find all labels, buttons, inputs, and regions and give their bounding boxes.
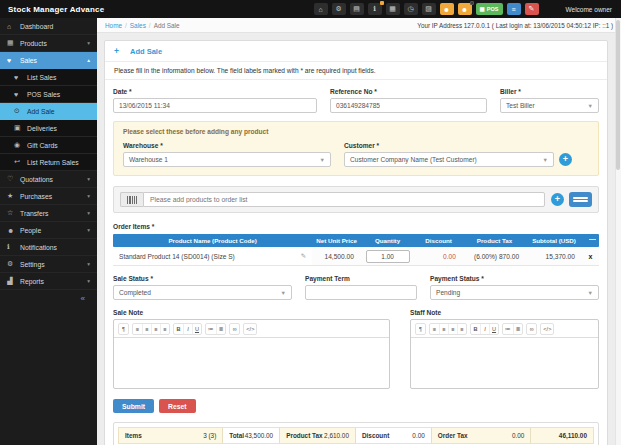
- customer-select[interactable]: Customer Company Name (Test Customer)▼: [344, 152, 554, 167]
- user-icon[interactable]: ☻: [440, 3, 454, 15]
- align-justify-icon[interactable]: ≡: [160, 324, 169, 334]
- sidebar-item-reports[interactable]: ▟Reports▾: [0, 273, 97, 290]
- totals-bar: Items3 (3) Total43,500.00 Product Tax2,6…: [113, 422, 599, 445]
- align-center-icon[interactable]: ≡: [439, 324, 448, 334]
- sidebar-item-settings[interactable]: ⚙Settings▾: [0, 256, 97, 273]
- totals-total-value: 43,500.00: [245, 432, 273, 439]
- sidebar-item-gift-cards[interactable]: ◉Gift Cards: [0, 137, 97, 154]
- scrollbar-thumb[interactable]: [616, 20, 620, 170]
- chevron-down-icon: ▾: [87, 40, 90, 46]
- keyboard-icon[interactable]: [569, 192, 592, 207]
- sidebar-item-pos-sales[interactable]: ♥POS Sales: [0, 86, 97, 103]
- code-icon[interactable]: </>: [244, 324, 256, 334]
- sidebar-collapse-button[interactable]: «: [0, 290, 97, 303]
- biller-select[interactable]: Test Biller▼: [500, 98, 599, 113]
- staff-note-textarea[interactable]: [411, 338, 598, 388]
- sidebar-item-list-sales[interactable]: ♥List Sales: [0, 69, 97, 86]
- sidebar-item-list-return-sales[interactable]: ↩List Return Sales: [0, 154, 97, 171]
- paragraph-icon[interactable]: ¶: [119, 324, 128, 334]
- underline-icon[interactable]: U: [192, 324, 201, 334]
- col-subtotal: Subtotal (USD): [526, 237, 582, 244]
- sidebar-item-quotations[interactable]: ♡Quotations▾: [0, 171, 97, 188]
- align-justify-icon[interactable]: ≡: [457, 324, 466, 334]
- date-field[interactable]: [113, 98, 317, 113]
- italic-icon[interactable]: I: [183, 324, 192, 334]
- clock-icon[interactable]: ◷: [404, 3, 418, 15]
- align-center-icon[interactable]: ≡: [142, 324, 151, 334]
- payment-status-select[interactable]: Pending▼: [430, 285, 599, 300]
- totals-order-tax-value: 0.00: [512, 432, 524, 439]
- italic-icon[interactable]: I: [480, 324, 489, 334]
- user-avatar[interactable]: [546, 3, 559, 15]
- reference-field[interactable]: [330, 98, 487, 113]
- bold-icon[interactable]: B: [174, 324, 183, 334]
- totals-items-label: Items: [125, 432, 142, 439]
- payment-term-field[interactable]: [305, 285, 417, 300]
- link-icon[interactable]: ∞: [527, 324, 536, 334]
- sale-note-textarea[interactable]: [114, 338, 389, 388]
- grand-total-value: 46,110.00: [531, 428, 593, 443]
- pencil-icon[interactable]: ✎: [525, 3, 539, 15]
- customer-label: Customer *: [344, 142, 572, 149]
- order-item-row: Standard Product 14 (SD0014) (Size S) ✎ …: [113, 247, 599, 266]
- welcome-user-menu[interactable]: Welcome owner: [566, 6, 616, 13]
- sale-status-select[interactable]: Completed▼: [113, 285, 292, 300]
- cogs-icon[interactable]: ⚙: [332, 3, 346, 15]
- product-search-input[interactable]: [143, 192, 545, 207]
- add-customer-button[interactable]: +: [559, 153, 572, 166]
- warehouse-select[interactable]: Warehouse 1▼: [123, 152, 331, 167]
- sidebar-item-deliveries[interactable]: ▣Deliveries: [0, 120, 97, 137]
- sidebar-item-notifications[interactable]: ℹNotifications: [0, 239, 97, 256]
- date-label: Date *: [113, 88, 317, 95]
- scrollbar-track[interactable]: [615, 18, 621, 445]
- chevron-down-icon: ▾: [87, 210, 90, 216]
- chevron-down-icon: ▼: [543, 157, 548, 163]
- submit-button[interactable]: Submit: [113, 399, 154, 413]
- calendar-icon[interactable]: ▦: [386, 3, 400, 15]
- link-icon[interactable]: ∞: [230, 324, 239, 334]
- col-quantity: Quantity: [361, 237, 414, 244]
- reset-button[interactable]: Reset: [159, 399, 196, 413]
- image-icon[interactable]: ▨: [422, 3, 436, 15]
- topbar-actions: ⌂ ⚙ ▤ ℹ ▦ ◷ ▨ ☻ ☻ ▦POS ≡ ✎ Welcome owner: [314, 3, 621, 15]
- align-left-icon[interactable]: ≡: [430, 324, 439, 334]
- user-plus-icon[interactable]: ☻: [458, 3, 472, 15]
- list-icon[interactable]: ≡: [507, 3, 521, 15]
- home-icon[interactable]: ⌂: [314, 3, 328, 15]
- reference-label: Reference No *: [330, 88, 487, 95]
- list-ol-icon[interactable]: ≣: [513, 324, 523, 334]
- totals-discount-value: 0.00: [412, 432, 424, 439]
- sidebar-item-transfers[interactable]: ☆Transfers▾: [0, 205, 97, 222]
- list-ul-icon[interactable]: ≔: [503, 324, 513, 334]
- sidebar-item-add-sale[interactable]: ⊙Add Sale: [0, 103, 97, 120]
- info-icon[interactable]: ℹ: [368, 3, 382, 15]
- paragraph-icon[interactable]: ¶: [416, 324, 425, 334]
- code-icon[interactable]: </>: [541, 324, 553, 334]
- add-product-button[interactable]: +: [551, 193, 564, 206]
- calculator-icon[interactable]: ▤: [350, 3, 364, 15]
- align-right-icon[interactable]: ≡: [448, 324, 457, 334]
- breadcrumb-sales[interactable]: Sales: [130, 22, 146, 29]
- sidebar-item-dashboard[interactable]: ⌂Dashboard: [0, 18, 97, 35]
- quantity-input[interactable]: [366, 250, 410, 263]
- sidebar-item-purchases[interactable]: ★Purchases▾: [0, 188, 97, 205]
- list-ol-icon[interactable]: ≣: [216, 324, 226, 334]
- align-right-icon[interactable]: ≡: [151, 324, 160, 334]
- remove-item-button[interactable]: x: [582, 253, 599, 260]
- align-left-icon[interactable]: ≡: [133, 324, 142, 334]
- totals-order-tax-label: Order Tax: [438, 432, 468, 439]
- breadcrumb-home[interactable]: Home: [105, 22, 122, 29]
- heart-icon: ♥: [7, 57, 20, 64]
- sidebar-item-products[interactable]: ▦Products▾: [0, 35, 97, 52]
- underline-icon[interactable]: U: [489, 324, 498, 334]
- product-name: Standard Product 14 (SD0014) (Size S): [119, 253, 235, 260]
- sidebar-item-people[interactable]: ☻People▾: [0, 222, 97, 239]
- product-tax-value: (6.00%) 870.00: [463, 253, 526, 260]
- bold-icon[interactable]: B: [471, 324, 480, 334]
- edit-icon[interactable]: ✎: [301, 252, 306, 260]
- pos-button[interactable]: ▦POS: [476, 3, 503, 15]
- sidebar-item-sales[interactable]: ♥Sales▴: [0, 52, 97, 69]
- list-ul-icon[interactable]: ≔: [206, 324, 216, 334]
- subtotal-value: 15,370.00: [526, 253, 582, 260]
- plus-icon: +: [114, 46, 119, 56]
